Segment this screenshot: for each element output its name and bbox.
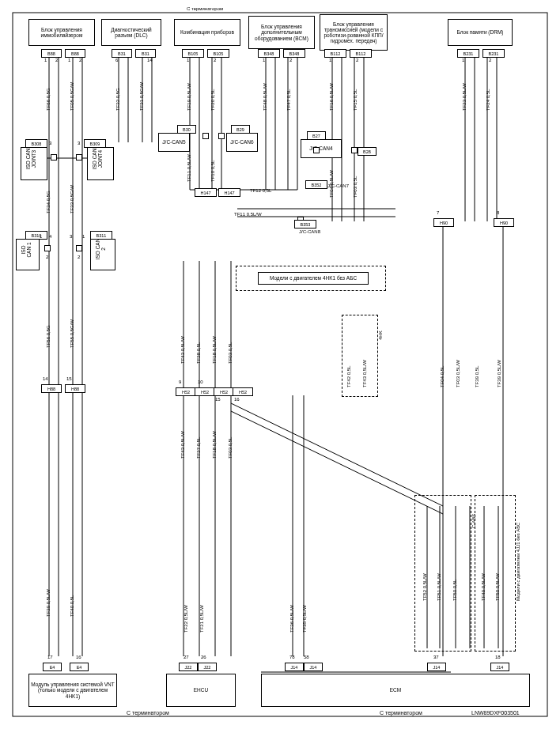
wire-label: TF39 0,5L/W (497, 360, 501, 387)
wire-label: TF66 0,5G (46, 88, 51, 111)
wire-label: TF31 0,5G/W (139, 82, 144, 111)
module-diag: Диагностический разъем (DLC) (101, 19, 161, 46)
module-drm: Блок памяти (DRM) (448, 19, 513, 46)
module-jc5: J/C-CAN5 (158, 133, 190, 152)
wire-label: TF16 0,5L/W (329, 83, 334, 111)
pin-num: 16 (234, 397, 240, 402)
iso-joint3-label: ISO CAN JOINT3 (25, 147, 36, 171)
pin-num: 1 (44, 58, 47, 62)
pin-num: 78 (289, 655, 295, 659)
pin-num: 2 (289, 58, 292, 62)
pin-b30: B30 (177, 125, 196, 134)
pin-num: 14 (43, 376, 48, 381)
wire-label: TF50 0,5L (452, 580, 457, 601)
pin-b112a: B112 (324, 49, 346, 58)
footer-left: С терминатором (127, 710, 169, 716)
pin-j22b: J22 (198, 663, 217, 671)
module-bcm: Блок управления дополнительным оборудова… (248, 16, 315, 49)
jc8-label: J/C-CAN8 (299, 229, 320, 234)
pin-num: 1 (329, 58, 331, 62)
module-jc4: J/C-CAN4 (301, 139, 342, 158)
pin-num: 3 (70, 234, 72, 239)
pin-num: 17 (47, 655, 53, 659)
wire-label: TF48 0,5L/W (263, 83, 267, 111)
wire-label: TF15 0,5L (353, 89, 358, 111)
jc7-label: J/C-CAN7 (327, 183, 349, 188)
pin-b309: B309 (84, 139, 106, 148)
header-note: С терминатором (187, 6, 223, 11)
wire-label: TF03 0,5L/W (456, 360, 460, 387)
pin-num: 2 (46, 255, 48, 259)
module-cluster: Комбинация приборов (174, 19, 240, 46)
pin-j14c: J14 (427, 663, 446, 671)
wire-label: TF23 0,5L/W (462, 83, 467, 111)
wire-label: TF52 0,5L/W (422, 573, 427, 601)
note-4hk1-label: Модели с двигателем 4HK1 без АБС (270, 275, 357, 281)
pin-b31a: B31 (112, 49, 132, 58)
pin-j14d: J14 (490, 663, 509, 671)
node-dot (313, 147, 320, 153)
wire-label: TF43 0,5L/W (180, 336, 185, 364)
pin-num: 15 (66, 376, 72, 381)
wire-label: TF21 0,5L/W (199, 605, 204, 633)
pin-num: 3 (49, 141, 51, 145)
node-dot (44, 245, 51, 251)
pin-num: 1 (462, 58, 464, 62)
module-immobilizer: Блок управления иммобилайзером (28, 19, 95, 46)
node-dot (76, 154, 82, 161)
pin-b231b: B231 (482, 49, 505, 58)
pin-b112b: B112 (350, 49, 372, 58)
pin-e4a: E4 (43, 663, 62, 671)
module-trans-label: Блок управления трансмиссией (модели с р… (321, 21, 386, 44)
wire-label: TF18 0,5L/W (212, 431, 217, 459)
wire-label: TF40 0,5L (70, 595, 74, 617)
module-ehcu: EHCU (166, 674, 236, 707)
note-4hk1-noabs-text: Модели с двигателем 4HK1 без АБС (258, 272, 369, 285)
wire-label: TF50 0,5L/W (495, 573, 500, 601)
wire-label: TF55 0,5G/W (70, 319, 74, 348)
pin-j22a: J22 (179, 663, 198, 671)
pin-h90a: H90 (433, 218, 454, 227)
pin-b308: B308 (25, 139, 47, 148)
module-bcm-label: Блок управления дополнительным оборудова… (250, 24, 313, 40)
module-drm-label: Блок памяти (DRM) (457, 29, 504, 35)
pin-num: 14 (147, 58, 153, 62)
wire-label: TF12 0,5L (250, 188, 271, 193)
wire-label: TF28 0,5L (196, 342, 201, 364)
module-ecm: ECM (261, 674, 530, 707)
module-vnt-label: Модуль управления системой VNT (только м… (30, 682, 115, 698)
wire-label: TF36 0,5L/W (289, 605, 294, 633)
pin-b28: B28 (358, 147, 376, 156)
wire-label: TF22 0,5L/W (184, 605, 188, 633)
pin-e4b: E4 (70, 663, 89, 671)
pin-num: 8 (497, 210, 499, 215)
pin-num: 18 (495, 655, 501, 659)
pin-num: 9 (179, 380, 181, 384)
wire-label: TF39 0,5L/W (46, 589, 51, 617)
pin-h147b: H147 (218, 188, 240, 197)
wire-label: TF18 0,5L/W (212, 336, 217, 364)
wire-label: TF20 0,5L (210, 89, 215, 111)
pin-b311: B311 (90, 231, 112, 240)
pin-b353: B353 (294, 220, 316, 229)
module-iso-can1: ISO CAN 1 (16, 239, 40, 270)
pin-num: 3 (78, 141, 80, 145)
pin-h52d: H52 (233, 387, 253, 396)
pin-num: 10 (198, 380, 203, 384)
module-ecm-label: ECM (390, 687, 401, 693)
pin-b348b: B348 (283, 49, 305, 58)
note-4hk2-label: 4HK (378, 331, 383, 340)
pin-h52c: H52 (214, 387, 234, 396)
svg-line-46 (231, 411, 443, 514)
pin-h147a: H147 (195, 188, 217, 197)
module-jc6: J/C-CAN6 (226, 133, 258, 152)
pin-b31b: B31 (135, 49, 156, 58)
iso-joint4-label: ISO CAN JOINT4 (92, 147, 103, 171)
iso-can1-label: ISO CAN 1 (21, 240, 32, 260)
wire-label: TF03 0,5L (353, 176, 358, 198)
pin-h52b: H52 (195, 387, 215, 396)
jc5-label: J/C-CAN5 (162, 139, 185, 145)
pin-num: 6 (115, 58, 118, 62)
wire-label: TF43 0,5L/W (180, 431, 185, 459)
pin-j14b: J14 (304, 663, 323, 671)
